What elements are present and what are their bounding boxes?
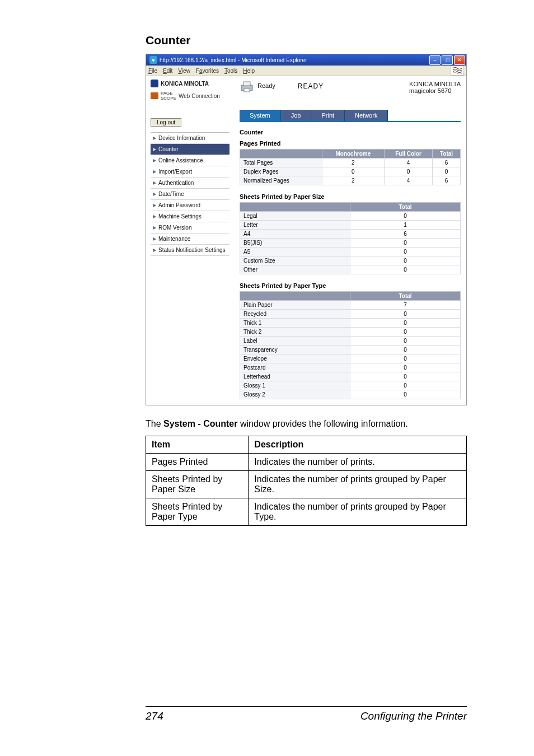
- tab-job[interactable]: Job: [281, 110, 312, 121]
- chevron-right-icon: ▶: [153, 203, 156, 208]
- col-header: Description: [249, 436, 467, 454]
- by-type-table: TotalPlain Paper7Recycled0Thick 10Thick …: [240, 291, 461, 399]
- sidebar-item-import-export[interactable]: ▶Import/Export: [151, 166, 229, 178]
- row-label: Postcard: [240, 363, 350, 372]
- sidebar-item-label: Date/Time: [158, 191, 184, 197]
- sidebar-item-label: Admin Password: [158, 202, 200, 208]
- panel-title: Counter: [240, 129, 461, 136]
- row-label: Letterhead: [240, 372, 350, 381]
- nav-list: ▶Device Information▶Counter▶Online Assis…: [151, 132, 229, 256]
- device-ident: KONICA MINOLTA magicolor 5670: [409, 81, 461, 94]
- printer-icon: [240, 81, 254, 93]
- col-header: Total: [433, 150, 461, 158]
- close-button[interactable]: ✕: [454, 55, 465, 65]
- page-footer: 274 Configuring the Printer: [146, 706, 467, 722]
- menu-view[interactable]: View: [178, 68, 190, 74]
- table-row: Thick 10: [240, 319, 461, 328]
- desc-text: Indicates the number of prints grouped b…: [249, 498, 467, 526]
- cell: 0: [384, 167, 432, 176]
- minimize-button[interactable]: ‒: [429, 55, 441, 65]
- table-row: Transparency0: [240, 346, 461, 354]
- sidebar-item-authentication[interactable]: ▶Authentication: [151, 178, 229, 189]
- page-number: 274: [146, 710, 163, 722]
- row-label: Glossy 1: [240, 381, 350, 390]
- sidebar-item-admin-password[interactable]: ▶Admin Password: [151, 200, 229, 211]
- table-row: B5(JIS)0: [240, 239, 461, 248]
- screenshot: http://192.168.1.2/a_index.html - Micros…: [146, 54, 467, 405]
- cell: 7: [350, 301, 461, 310]
- sidebar-item-date-time[interactable]: ▶Date/Time: [151, 189, 229, 200]
- row-label: Plain Paper: [240, 301, 350, 310]
- table-row: Label0: [240, 337, 461, 346]
- desc-text: Indicates the number of prints.: [249, 454, 467, 471]
- km-logo-icon: [151, 80, 158, 87]
- tab-system[interactable]: System: [240, 110, 281, 121]
- sidebar-item-device-information[interactable]: ▶Device Information: [151, 133, 229, 144]
- sidebar-item-label: Authentication: [158, 180, 194, 186]
- brand-text: KONICA MINOLTA: [161, 81, 209, 87]
- sidebar-item-label: Maintenance: [158, 236, 190, 242]
- tab-network[interactable]: Network: [345, 110, 388, 121]
- chevron-right-icon: ▶: [153, 147, 156, 152]
- row-label: Custom Size: [240, 256, 350, 265]
- table-row: Letterhead0: [240, 372, 461, 381]
- sidebar-item-status-notification-settings[interactable]: ▶Status Notification Settings: [151, 245, 229, 256]
- svg-rect-3: [244, 88, 250, 92]
- logout-button[interactable]: Log out: [151, 118, 181, 127]
- col-header: Total: [350, 292, 461, 301]
- sidebar-item-label: ROM Version: [158, 225, 191, 231]
- sidebar-item-rom-version[interactable]: ▶ROM Version: [151, 222, 229, 234]
- row-label: B5(JIS): [240, 239, 350, 248]
- svg-rect-2: [243, 82, 250, 86]
- ie-throbber-icon: [451, 66, 464, 76]
- sidebar-item-maintenance[interactable]: ▶Maintenance: [151, 234, 229, 245]
- cell: 2: [322, 158, 384, 167]
- menu-tools[interactable]: Tools: [224, 68, 237, 74]
- sidebar-item-machine-settings[interactable]: ▶Machine Settings: [151, 211, 229, 222]
- chevron-right-icon: ▶: [153, 248, 156, 253]
- chevron-right-icon: ▶: [153, 225, 156, 230]
- sidebar-item-counter[interactable]: ▶Counter: [151, 144, 229, 155]
- description-table: ItemDescriptionPages PrintedIndicates th…: [146, 436, 467, 526]
- row-label: Letter: [240, 221, 350, 230]
- cell: 1: [350, 221, 461, 230]
- status-ready-big: READY: [298, 82, 324, 90]
- row-label: Normalized Pages: [240, 176, 322, 185]
- cell: 6: [350, 230, 461, 239]
- cell: 0: [350, 212, 461, 221]
- cell: 0: [350, 346, 461, 354]
- row-label: A5: [240, 248, 350, 256]
- cell: 0: [350, 239, 461, 248]
- ie-icon: [149, 56, 157, 64]
- ie-menubar: File Edit View Favorites Tools Help: [146, 66, 466, 76]
- pagescope: PAGESCOPE Web Connection: [151, 91, 229, 101]
- cell: 4: [384, 158, 432, 167]
- by-type-heading: Sheets Printed by Paper Type: [240, 282, 461, 289]
- cell: 0: [350, 337, 461, 346]
- sidebar-item-label: Online Assistance: [158, 157, 203, 164]
- menu-help[interactable]: Help: [243, 68, 255, 74]
- row-label: Label: [240, 337, 350, 346]
- cell: 0: [350, 363, 461, 372]
- tab-print[interactable]: Print: [311, 110, 345, 121]
- row-label: Envelope: [240, 354, 350, 363]
- sidebar-item-online-assistance[interactable]: ▶Online Assistance: [151, 155, 229, 166]
- table-row: Recycled0: [240, 310, 461, 319]
- table-row: Normalized Pages246: [240, 176, 461, 185]
- chevron-right-icon: ▶: [153, 158, 156, 163]
- table-row: A46: [240, 230, 461, 239]
- table-row: A50: [240, 248, 461, 256]
- tabs: System Job Print Network: [240, 110, 461, 122]
- row-label: Transparency: [240, 346, 350, 354]
- menu-edit[interactable]: Edit: [163, 68, 172, 74]
- sidebar-item-label: Counter: [158, 146, 179, 152]
- row-label: Other: [240, 265, 350, 274]
- menu-favorites[interactable]: Favorites: [196, 68, 219, 74]
- table-row: Glossy 10: [240, 381, 461, 390]
- device-model: magicolor 5670: [409, 87, 461, 94]
- cell: 0: [433, 167, 461, 176]
- cell: 2: [322, 176, 384, 185]
- menu-file[interactable]: File: [148, 68, 157, 74]
- maximize-button[interactable]: ◻: [442, 55, 453, 65]
- col-header: Total: [350, 203, 461, 212]
